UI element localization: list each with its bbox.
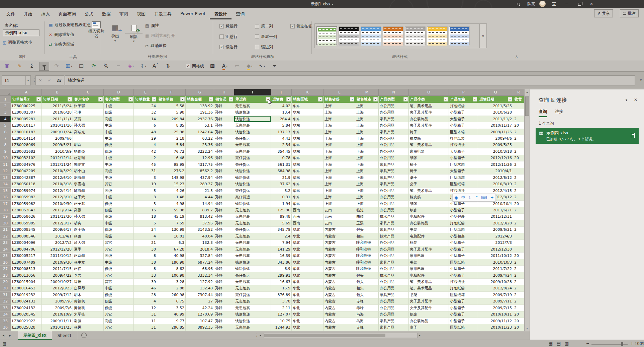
fill-down-icon[interactable]: ↧▾ <box>138 62 148 71</box>
checkbox-checked[interactable]: ✓ <box>219 45 224 49</box>
cell-J27[interactable]: 6.9 <box>271 266 292 272</box>
cell-I5[interactable]: 无患包裹 <box>234 122 271 129</box>
cell-B30[interactable]: 2012/8/23 <box>42 285 73 292</box>
cell-E24[interactable]: 30 <box>134 246 157 253</box>
cell-A13[interactable]: LZ80042887 <box>11 175 42 181</box>
cell-M4[interactable]: 上海 <box>355 116 379 122</box>
cell-R31[interactable]: 2 <box>513 292 524 298</box>
cell-F12[interactable]: 276.2 <box>157 168 186 175</box>
cell-C13[interactable]: 刘海华 <box>73 175 104 181</box>
cell-N2[interactable]: 办公用品 <box>379 103 409 109</box>
cell-I22[interactable]: 无患包裹 <box>234 233 271 239</box>
cell-M27[interactable]: 呼和浩特 <box>355 266 379 272</box>
vertical-scrollbar[interactable]: ▴ ▾ <box>524 89 530 331</box>
cell-R4[interactable]: 2 <box>513 116 524 122</box>
cell-L7[interactable]: 上海 <box>324 135 355 142</box>
cell-O7[interactable]: 橡皮筋 <box>409 135 449 142</box>
cell-G16[interactable]: 4.44 <box>186 194 214 200</box>
option-筛选按钮[interactable]: ✓筛选按钮 <box>290 23 312 29</box>
cell-P27[interactable]: 小型箱子 <box>449 266 478 272</box>
hscroll-right-icon[interactable]: ▸ <box>419 334 421 337</box>
cell-G13[interactable]: 437.94 <box>186 175 214 181</box>
cell-K27[interactable]: 华北 <box>292 266 324 272</box>
cell-F25[interactable]: 40.98 <box>157 253 186 259</box>
cell-Q30[interactable]: 2012/8/24 <box>478 285 513 292</box>
cell-I33[interactable]: 无患包裹 <box>234 305 271 311</box>
cell-O2[interactable]: 笔、美术用品 <box>409 103 449 109</box>
cell-A17[interactable]: LZ80059982 <box>11 201 42 207</box>
filter-button-G[interactable]: ▾ <box>209 97 213 101</box>
cell-M28[interactable]: 包头 <box>355 272 379 279</box>
table-style-blue[interactable] <box>449 26 470 45</box>
cell-M33[interactable]: 赤峰 <box>355 305 379 311</box>
cell-I19[interactable]: 无患包裹 <box>234 214 271 220</box>
cell-I13[interactable]: 钱途快递 <box>234 175 271 181</box>
cell-O10[interactable]: 纸张 <box>409 155 449 161</box>
cell-A36[interactable]: LZ80025828 <box>11 324 42 331</box>
column-letter-K[interactable]: K <box>292 89 324 96</box>
cell-E17[interactable]: 3 <box>134 201 157 207</box>
row-number-8[interactable]: 8 <box>0 142 11 148</box>
cell-B4[interactable]: 2011/11/1 <box>42 116 73 122</box>
row-number-14[interactable]: 14 <box>0 181 11 187</box>
cell-I6[interactable]: 钱途快递 <box>234 129 271 135</box>
cell-C2[interactable]: 张子强 <box>73 103 104 109</box>
cell-P9[interactable]: 大型箱子 <box>449 148 478 155</box>
cell-F35[interactable]: 9.77 <box>157 318 186 324</box>
cell-C30[interactable]: 唐凤琴 <box>73 285 104 292</box>
header-A[interactable]: 订单编号2▾ <box>11 96 42 103</box>
cell-K35[interactable]: 华北 <box>292 318 324 324</box>
ribbon-tab-数据[interactable]: 数据 <box>98 8 115 19</box>
cell-G34[interactable]: 1270.69 <box>186 311 214 318</box>
resize-table-button[interactable]: ◱调整表格大小 <box>3 40 32 45</box>
column-letter-P[interactable]: P <box>449 89 478 96</box>
header-M[interactable]: 销售城市▾ <box>355 96 379 103</box>
header-K[interactable]: 销售区域▾ <box>292 96 324 103</box>
cell-I24[interactable]: 无患包裹 <box>234 246 271 253</box>
cell-E23[interactable]: 21 <box>134 240 157 246</box>
cell-D15[interactable]: 高级 <box>104 188 134 194</box>
cell-E35[interactable]: 11 <box>134 318 157 324</box>
minimize-icon[interactable]: ─ <box>562 0 571 8</box>
name-box-dropdown-icon[interactable]: ▾ <box>25 76 30 85</box>
cell-C23[interactable]: 吕大强 <box>73 240 104 246</box>
cell-P32[interactable]: 小型箱子 <box>449 298 478 305</box>
cell-G5[interactable]: 53.1 <box>186 122 214 129</box>
cell-E2[interactable]: 24 <box>134 103 157 109</box>
header-O[interactable]: 产品小类▾ <box>409 96 449 103</box>
cell-D11[interactable]: 中级 <box>104 161 134 168</box>
cell-G8[interactable]: 23.36 <box>186 142 214 148</box>
collapse-ribbon-icon[interactable]: ∧ <box>515 54 518 59</box>
cell-H21[interactable]: 孙静 <box>214 227 234 233</box>
cell-L11[interactable]: 上海 <box>324 161 355 168</box>
cell-Q23[interactable]: 2012/7/3 <box>478 240 513 246</box>
cell-H33[interactable]: 孙静 <box>214 305 234 311</box>
cell-C24[interactable]: 夏季 <box>73 246 104 253</box>
cell-D16[interactable]: 中级 <box>104 194 134 200</box>
cell-K7[interactable]: 华东 <box>292 135 324 142</box>
cell-B11[interactable]: 2012/11/24 <box>42 161 73 168</box>
cell-O4[interactable]: 办公装饰品 <box>409 116 449 122</box>
cell-G9[interactable]: 3222.24 <box>186 148 214 155</box>
cell-L18[interactable]: 云南 <box>324 207 355 213</box>
cell-C3[interactable]: 刁琳 <box>73 109 104 116</box>
cell-C19[interactable]: 孙大强 <box>73 214 104 220</box>
ribbon-tab-视图[interactable]: 视图 <box>132 8 150 19</box>
cell-C10[interactable]: 赵彩瑞 <box>73 155 104 161</box>
cell-O30[interactable]: 笔、美术用品 <box>409 285 449 292</box>
cell-A11[interactable]: LZ80034976 <box>11 161 42 168</box>
cell-A28[interactable]: LZ80013056 <box>11 272 42 279</box>
cell-E32[interactable]: 4 <box>134 298 157 305</box>
ribbon-tab-插入[interactable]: 插入 <box>37 8 54 19</box>
cell-D25[interactable]: 高级 <box>104 253 134 259</box>
cell-O5[interactable]: 夹子及其配件 <box>409 122 449 129</box>
scroll-down-icon[interactable]: ▾ <box>525 326 530 331</box>
header-P[interactable]: 产品包箱▾ <box>449 96 478 103</box>
cell-C16[interactable]: 赵子武 <box>73 194 104 200</box>
row-number-35[interactable]: 35 <box>0 318 11 324</box>
cell-F19[interactable]: 45.19 <box>157 214 186 220</box>
cell-E15[interactable]: 5 <box>134 188 157 194</box>
cell-P15[interactable]: 打包纸袋 <box>449 188 478 194</box>
cell-F5[interactable]: 8.85 <box>157 122 186 129</box>
refresh-data-icon[interactable]: ⟳ <box>89 62 99 71</box>
